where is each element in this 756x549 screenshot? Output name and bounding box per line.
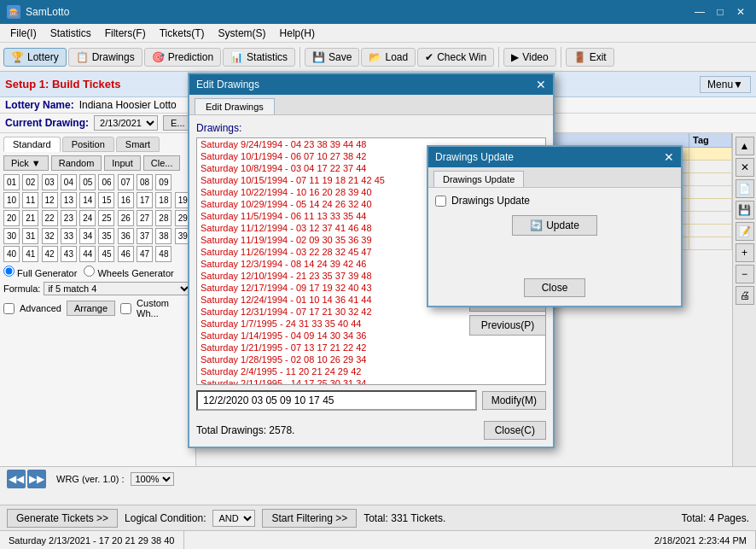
drawings-label: Drawings: — [196, 122, 546, 134]
previous-button[interactable]: Previous(P) — [469, 315, 546, 336]
update-btn-row: 🔄 Update — [435, 215, 674, 236]
edit-drawings-close-button[interactable]: ✕ — [536, 78, 546, 91]
edit-drawings-tab[interactable]: Edit Drawings — [195, 98, 275, 114]
dialog-overlay: Edit Drawings ✕ Edit Drawings Drawings: … — [0, 0, 756, 549]
update-checkbox-row: Drawings Update — [435, 195, 674, 207]
drawings-update-label: Drawings Update — [451, 195, 530, 207]
edit-drawings-tabbar: Edit Drawings — [189, 95, 553, 115]
edit-drawings-titlebar: Edit Drawings ✕ — [189, 74, 553, 95]
dialog-input-row: Modify(M) — [196, 390, 546, 411]
update-dialog-title: Drawings Update — [435, 151, 514, 163]
update-dialog-titlebar: Drawings Update ✕ — [428, 147, 681, 167]
update-content: Drawings Update 🔄 Update — [428, 188, 681, 273]
update-close-row: Close — [428, 273, 681, 306]
dialog-footer: Total Drawings: 2578. Close(C) — [189, 418, 553, 447]
update-dialog-close-x-button[interactable]: ✕ — [664, 150, 674, 164]
close-drawings-button[interactable]: Close(C) — [484, 421, 546, 440]
drawings-update-dialog: Drawings Update ✕ Drawings Update Drawin… — [427, 145, 683, 307]
list-item[interactable]: Saturday 2/4/1995 - 11 20 21 24 29 42 — [197, 365, 545, 377]
list-item[interactable]: Saturday 1/21/1995 - 07 13 17 21 22 42 — [197, 342, 545, 353]
list-item[interactable]: Saturday 1/28/1995 - 02 08 10 26 29 34 — [197, 353, 545, 365]
modify-button[interactable]: Modify(M) — [482, 391, 546, 410]
total-drawings-text: Total Drawings: 2578. — [196, 424, 294, 436]
drawings-update-checkbox[interactable] — [435, 196, 446, 207]
update-icon: 🔄 — [530, 219, 543, 231]
update-btn-label: Update — [546, 219, 579, 231]
update-tab[interactable]: Drawings Update — [433, 171, 524, 187]
update-close-button[interactable]: Close — [524, 278, 586, 297]
drawing-input-field[interactable] — [196, 390, 477, 411]
list-item[interactable]: Saturday 2/11/1995 - 14 17 25 30 31 34 — [197, 377, 545, 385]
edit-drawings-dialog-title: Edit Drawings — [196, 79, 259, 91]
update-button[interactable]: 🔄 Update — [512, 215, 597, 236]
update-tabbar: Drawings Update — [428, 167, 681, 188]
